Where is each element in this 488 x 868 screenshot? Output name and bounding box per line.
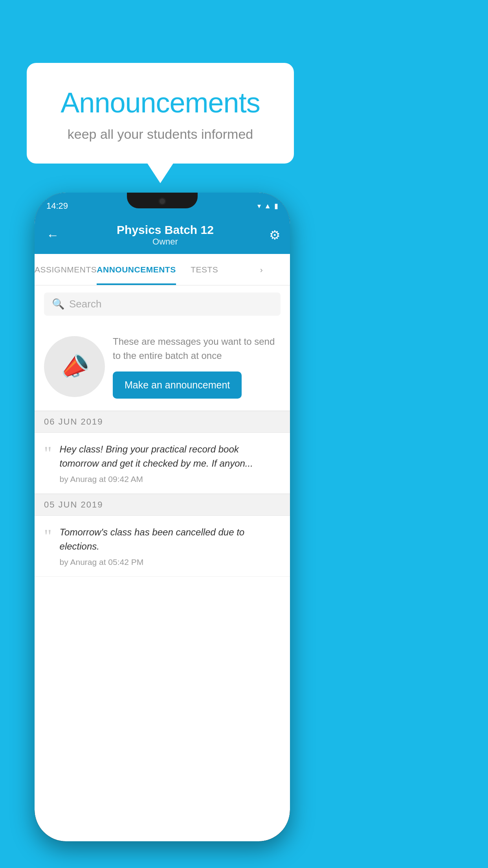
batch-role: Owner xyxy=(61,237,269,247)
announcement-text-2: Tomorrow's class has been cancelled due … xyxy=(60,525,281,567)
phone-notch xyxy=(127,193,198,208)
announcement-item-1[interactable]: " Hey class! Bring your practical record… xyxy=(35,433,290,494)
back-button[interactable]: ← xyxy=(44,226,61,245)
promo-right: These are messages you want to send to t… xyxy=(113,335,281,399)
front-camera xyxy=(158,197,166,205)
battery-icon: ▮ xyxy=(274,202,278,210)
batch-title: Physics Batch 12 xyxy=(61,223,269,237)
megaphone-circle: 📣 xyxy=(44,336,105,397)
signal-icon: ▲ xyxy=(264,202,271,210)
search-icon: 🔍 xyxy=(52,298,64,310)
date-label-2: 05 JUN 2019 xyxy=(44,500,103,509)
app-header: ← Physics Batch 12 Owner ⚙ xyxy=(35,216,290,254)
date-section-1: 06 JUN 2019 xyxy=(35,411,290,433)
phone-frame: 14:29 ▾ ▲ ▮ ← Physics Batch 12 Owner ⚙ xyxy=(35,193,290,841)
tab-more[interactable]: › xyxy=(233,254,290,285)
search-bar: 🔍 Search xyxy=(35,285,290,323)
announcement-meta-1: by Anurag at 09:42 AM xyxy=(60,474,281,484)
announcement-meta-2: by Anurag at 05:42 PM xyxy=(60,557,281,567)
settings-button[interactable]: ⚙ xyxy=(269,228,281,243)
announcement-item-2[interactable]: " Tomorrow's class has been cancelled du… xyxy=(35,516,290,577)
announcement-text-1: Hey class! Bring your practical record b… xyxy=(60,442,281,484)
quote-icon-2: " xyxy=(44,527,52,546)
status-time: 14:29 xyxy=(46,201,68,211)
tab-tests[interactable]: TESTS xyxy=(176,254,233,285)
speech-bubble: Announcements keep all your students inf… xyxy=(27,63,294,164)
date-section-2: 05 JUN 2019 xyxy=(35,494,290,516)
speech-bubble-subtitle: keep all your students informed xyxy=(46,127,274,142)
header-title-block: Physics Batch 12 Owner xyxy=(61,223,269,247)
status-icons: ▾ ▲ ▮ xyxy=(257,202,278,210)
search-input-wrapper[interactable]: 🔍 Search xyxy=(44,292,281,316)
wifi-icon: ▾ xyxy=(257,202,261,210)
phone-container: 14:29 ▾ ▲ ▮ ← Physics Batch 12 Owner ⚙ xyxy=(35,193,290,841)
phone-screen: 14:29 ▾ ▲ ▮ ← Physics Batch 12 Owner ⚙ xyxy=(35,193,290,841)
announcement-promo: 📣 These are messages you want to send to… xyxy=(35,323,290,411)
search-placeholder: Search xyxy=(69,298,101,310)
promo-description: These are messages you want to send to t… xyxy=(113,335,281,363)
speech-bubble-title: Announcements xyxy=(46,86,274,119)
make-announcement-button[interactable]: Make an announcement xyxy=(113,371,242,399)
quote-icon-1: " xyxy=(44,444,52,463)
speech-bubble-container: Announcements keep all your students inf… xyxy=(27,63,294,164)
date-label-1: 06 JUN 2019 xyxy=(44,417,103,427)
announcement-message-2: Tomorrow's class has been cancelled due … xyxy=(60,525,281,554)
tab-announcements[interactable]: ANNOUNCEMENTS xyxy=(97,254,176,285)
megaphone-icon: 📣 xyxy=(57,349,92,384)
tabs-bar: ASSIGNMENTS ANNOUNCEMENTS TESTS › xyxy=(35,254,290,285)
tab-assignments[interactable]: ASSIGNMENTS xyxy=(35,254,97,285)
announcement-message-1: Hey class! Bring your practical record b… xyxy=(60,442,281,471)
